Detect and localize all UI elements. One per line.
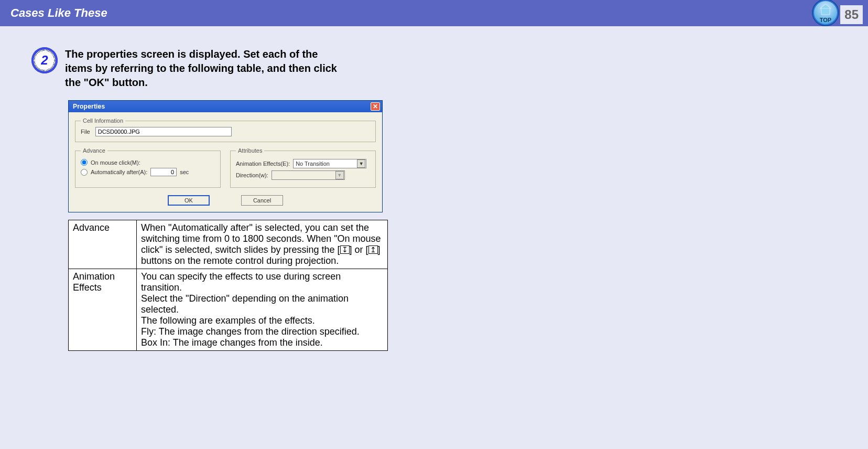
file-label: File — [81, 129, 90, 135]
cell-information-legend: Cell Information — [81, 117, 125, 124]
table-cell-desc: When "Automatically after" is selected, … — [137, 220, 388, 269]
animation-effects-value: No Transition — [296, 161, 330, 167]
advance-group: Advance On mouse click(M): Automatically… — [75, 147, 221, 188]
step-instruction: The properties screen is displayed. Set … — [65, 47, 343, 90]
page-up-key-icon: ↥ — [368, 245, 378, 254]
table-cell-name: Advance — [69, 220, 137, 269]
automatically-after-label: Automatically after(A): — [91, 169, 147, 175]
attributes-group: Attributes Animation Effects(E): No Tran… — [230, 147, 376, 188]
file-field[interactable] — [95, 127, 232, 136]
cancel-button[interactable]: Cancel — [241, 195, 283, 206]
properties-dialog: Properties ✕ Cell Information File Advan… — [68, 100, 383, 212]
on-mouse-click-label: On mouse click(M): — [91, 159, 140, 166]
animation-effects-combo[interactable]: No Transition ▼ — [293, 159, 366, 168]
seconds-field[interactable] — [150, 168, 177, 176]
seconds-unit: sec — [180, 169, 189, 175]
direction-combo: ▼ — [272, 170, 345, 180]
page-header: Cases Like These TOP 85 — [0, 0, 868, 26]
chevron-down-icon: ▼ — [335, 171, 344, 179]
table-row: Animation Effects You can specify the ef… — [69, 269, 388, 351]
page-number: 85 — [840, 5, 863, 24]
direction-label: Direction(w): — [236, 172, 268, 178]
advance-legend: Advance — [81, 147, 107, 154]
animation-effects-label: Animation Effects(E): — [236, 161, 290, 167]
reference-table: Advance When "Automatically after" is se… — [68, 220, 388, 351]
automatically-after-radio[interactable] — [81, 169, 88, 176]
dialog-title: Properties — [73, 103, 105, 110]
content-area: 2 The properties screen is displayed. Se… — [0, 26, 409, 372]
close-icon[interactable]: ✕ — [371, 102, 380, 111]
step-row: 2 The properties screen is displayed. Se… — [31, 47, 377, 90]
ok-button[interactable]: OK — [168, 195, 210, 206]
page-down-key-icon: ↧ — [340, 245, 350, 254]
top-label: TOP — [820, 17, 831, 23]
step-badge: 2 — [31, 47, 58, 73]
table-cell-name: Animation Effects — [69, 269, 137, 351]
table-row: Advance When "Automatically after" is se… — [69, 220, 388, 269]
step-number: 2 — [41, 53, 48, 68]
top-icon[interactable]: TOP — [812, 0, 839, 26]
page-title: Cases Like These — [10, 6, 107, 20]
cell-information-group: Cell Information File — [75, 117, 376, 142]
dialog-titlebar: Properties ✕ — [69, 101, 382, 112]
dialog-body: Cell Information File Advance On mouse c… — [69, 112, 382, 212]
chevron-down-icon: ▼ — [357, 159, 365, 168]
on-mouse-click-radio[interactable] — [81, 159, 88, 166]
table-cell-desc: You can specify the effects to use durin… — [137, 269, 388, 351]
attributes-legend: Attributes — [236, 147, 264, 154]
